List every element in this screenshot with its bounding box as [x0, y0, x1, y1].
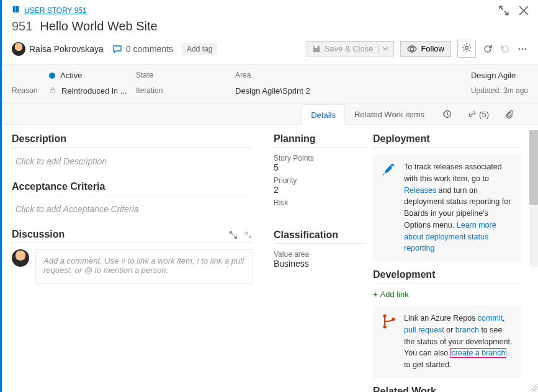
- tab-history[interactable]: [434, 104, 460, 124]
- development-card: Link an Azure Repos commit, pull request…: [373, 305, 522, 378]
- branch-link[interactable]: branch: [455, 326, 479, 334]
- updated-label: Updated: 3m ago: [471, 86, 528, 96]
- iteration-label: Iteration: [136, 86, 235, 96]
- priority-label: Priority: [274, 176, 367, 185]
- releases-link[interactable]: Releases: [404, 186, 436, 195]
- svg-point-5: [522, 48, 524, 50]
- svg-point-2: [410, 47, 414, 51]
- svg-point-4: [519, 48, 521, 50]
- acceptance-input[interactable]: Click to add Acceptance Criteria: [12, 202, 253, 229]
- chevron-down-icon: [378, 44, 388, 53]
- create-branch-link[interactable]: create a branch: [451, 348, 507, 358]
- classification-title: Classification: [274, 229, 367, 241]
- svg-point-6: [525, 48, 527, 50]
- collapse-icon[interactable]: [244, 231, 253, 241]
- work-item-title[interactable]: Hello World Web Site: [40, 19, 157, 33]
- svg-point-3: [465, 47, 469, 50]
- plus-icon: +: [373, 290, 378, 299]
- scrollbar-thumb[interactable]: [529, 130, 538, 205]
- risk-label: Risk: [274, 198, 367, 207]
- work-item-id: 951: [12, 19, 32, 33]
- value-area-value[interactable]: Business: [274, 259, 367, 269]
- add-tag-button[interactable]: Add tag: [182, 43, 217, 55]
- close-icon[interactable]: [518, 5, 529, 16]
- rocket-icon: [380, 161, 398, 254]
- fullscreen-icon[interactable]: [498, 5, 509, 16]
- scrollbar[interactable]: [529, 130, 538, 267]
- follow-button[interactable]: Follow: [400, 41, 451, 57]
- area-label: Area: [235, 71, 471, 80]
- expand-icon[interactable]: [229, 231, 238, 241]
- svg-point-10: [383, 314, 386, 318]
- story-points-value[interactable]: 5: [274, 163, 367, 172]
- avatar: [12, 42, 25, 56]
- svg-rect-0: [13, 6, 16, 13]
- svg-rect-1: [16, 6, 19, 13]
- story-points-label: Story Points: [274, 154, 367, 163]
- assignee-field[interactable]: Raisa Pokrovskaya: [12, 42, 104, 56]
- save-close-button[interactable]: Save & Close: [307, 41, 395, 56]
- comments-count[interactable]: 0 comments: [112, 44, 173, 54]
- value-area-label: Value area: [274, 250, 367, 259]
- description-input[interactable]: Click to add Description: [12, 154, 253, 181]
- undo-icon[interactable]: [500, 43, 511, 55]
- svg-point-11: [383, 325, 386, 328]
- svg-rect-7: [51, 89, 55, 92]
- reason-value[interactable]: Reintroduced in ...: [49, 86, 136, 96]
- state-label: State: [136, 71, 235, 80]
- priority-value[interactable]: 2: [274, 185, 367, 195]
- more-icon[interactable]: [517, 43, 528, 55]
- branch-icon: [380, 313, 398, 371]
- refresh-icon[interactable]: [482, 43, 493, 55]
- resize-handle[interactable]: [528, 382, 538, 392]
- development-title: Development: [373, 269, 522, 280]
- discussion-input[interactable]: Add a comment. Use # to link a work item…: [35, 249, 253, 284]
- user-story-icon: [12, 5, 20, 16]
- gear-icon[interactable]: [457, 40, 476, 58]
- tab-related[interactable]: Related Work items: [345, 104, 434, 124]
- related-work-title: Related Work: [373, 386, 522, 392]
- breadcrumb-link[interactable]: USER STORY 951: [24, 6, 87, 15]
- lock-icon: [49, 86, 56, 96]
- description-title: Description: [12, 133, 253, 145]
- deployment-card: To track releases associated with this w…: [373, 154, 522, 262]
- discussion-title: Discussion: [12, 229, 65, 240]
- assignee-name: Raisa Pokrovskaya: [29, 44, 104, 54]
- area-value[interactable]: Design Agile: [471, 71, 528, 80]
- deployment-title: Deployment: [373, 133, 522, 145]
- add-link-button[interactable]: + Add link: [373, 290, 522, 299]
- iteration-value[interactable]: Design Agile\Sprint 2: [235, 86, 471, 96]
- planning-title: Planning: [274, 133, 367, 145]
- tab-links[interactable]: (5): [460, 104, 497, 124]
- risk-value[interactable]: [274, 207, 367, 217]
- tab-details[interactable]: Details: [302, 104, 345, 125]
- tab-attachments[interactable]: [497, 104, 522, 124]
- state-dot-icon: [49, 73, 55, 79]
- commit-link[interactable]: commit: [478, 314, 503, 323]
- state-value[interactable]: Active: [49, 71, 136, 80]
- avatar: [12, 249, 29, 267]
- acceptance-title: Acceptance Criteria: [12, 181, 253, 192]
- svg-point-9: [392, 166, 394, 168]
- pull-request-link[interactable]: pull request: [404, 326, 444, 334]
